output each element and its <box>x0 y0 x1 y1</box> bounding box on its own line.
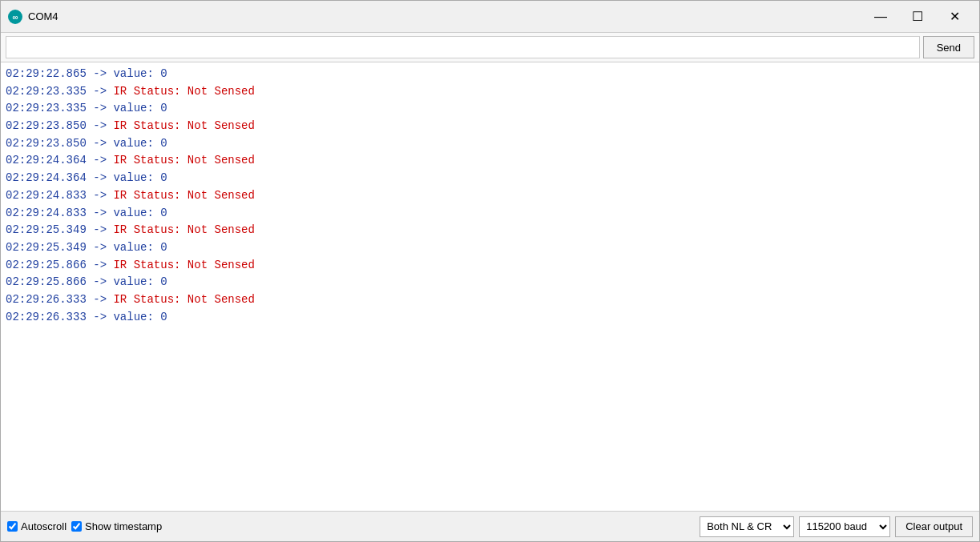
main-window: ∞ COM4 — ☐ ✕ Send 02:29:22.865 -> value:… <box>0 0 980 542</box>
show-timestamp-label: Show timestamp <box>85 520 162 532</box>
status-bar: Autoscroll Show timestamp No line ending… <box>1 511 979 541</box>
window-controls: — ☐ ✕ <box>862 1 973 33</box>
show-timestamp-input[interactable] <box>71 521 82 532</box>
send-bar: Send <box>1 33 979 62</box>
maximize-button[interactable]: ☐ <box>899 1 936 33</box>
autoscroll-input[interactable] <box>7 521 18 532</box>
line-ending-select[interactable]: No line endingNewlineCarriage returnBoth… <box>700 516 794 537</box>
window-title: COM4 <box>28 10 862 22</box>
close-button[interactable]: ✕ <box>936 1 973 33</box>
serial-text: 02:29:22.865 -> value: 0 02:29:23.335 ->… <box>6 66 974 326</box>
arduino-icon: ∞ <box>7 9 23 25</box>
autoscroll-label: Autoscroll <box>21 520 67 532</box>
autoscroll-checkbox[interactable]: Autoscroll <box>7 520 67 532</box>
serial-output[interactable]: 02:29:22.865 -> value: 0 02:29:23.335 ->… <box>1 62 979 511</box>
send-button[interactable]: Send <box>923 36 974 58</box>
baud-rate-select[interactable]: 300 baud1200 baud2400 baud4800 baud9600 … <box>799 516 890 537</box>
title-bar: ∞ COM4 — ☐ ✕ <box>1 1 979 33</box>
serial-input[interactable] <box>6 36 920 58</box>
minimize-button[interactable]: — <box>862 1 899 33</box>
show-timestamp-checkbox[interactable]: Show timestamp <box>71 520 162 532</box>
svg-text:∞: ∞ <box>12 13 18 22</box>
clear-output-button[interactable]: Clear output <box>895 516 973 537</box>
